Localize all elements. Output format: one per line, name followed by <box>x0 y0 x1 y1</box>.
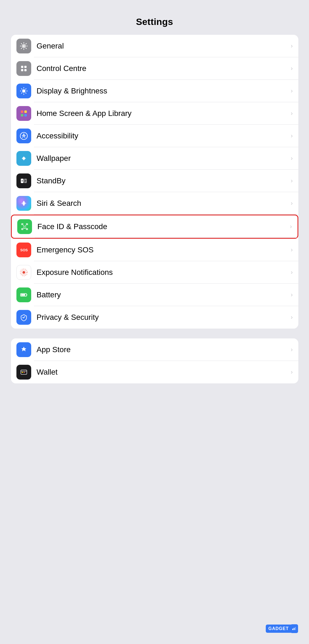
settings-row-display[interactable]: Display & Brightness › <box>11 80 298 102</box>
battery-icon <box>16 287 31 302</box>
accessibility-chevron: › <box>291 132 293 139</box>
svg-rect-46 <box>22 372 23 373</box>
display-chevron: › <box>291 87 293 95</box>
settings-row-standby[interactable]: StandBy › <box>11 170 298 192</box>
svg-rect-25 <box>25 180 26 181</box>
settings-row-wallpaper[interactable]: Wallpaper › <box>11 147 298 170</box>
wallpaper-label: Wallpaper <box>37 154 289 163</box>
svg-rect-48 <box>292 629 293 630</box>
faceid-chevron: › <box>290 223 292 230</box>
svg-point-24 <box>22 180 23 181</box>
appstore-label: App Store <box>37 345 289 354</box>
svg-line-14 <box>21 93 22 93</box>
settings-row-appstore[interactable]: App Store › <box>11 338 298 361</box>
svg-point-6 <box>22 89 25 93</box>
battery-chevron: › <box>291 291 293 298</box>
svg-line-13 <box>25 89 26 89</box>
wallet-chevron: › <box>291 369 293 376</box>
svg-rect-2 <box>21 66 23 68</box>
general-icon <box>16 39 31 53</box>
svg-rect-42 <box>27 294 27 295</box>
accessibility-label: Accessibility <box>37 132 289 140</box>
svg-rect-4 <box>21 69 23 71</box>
settings-group-2: App Store › Wallet › <box>11 338 298 383</box>
svg-rect-16 <box>24 110 27 113</box>
svg-rect-31 <box>26 224 28 225</box>
svg-rect-50 <box>295 627 296 630</box>
settings-row-homescreen[interactable]: Home Screen & App Library › <box>11 102 298 125</box>
wallpaper-chevron: › <box>291 155 293 162</box>
siri-icon <box>16 196 31 211</box>
svg-point-0 <box>23 45 25 47</box>
svg-text:SOS: SOS <box>20 248 28 252</box>
svg-rect-15 <box>21 110 23 113</box>
svg-rect-18 <box>24 114 27 116</box>
settings-group-1: General › Control Centre › <box>11 35 298 329</box>
homescreen-label: Home Screen & App Library <box>37 109 289 118</box>
settings-row-exposure[interactable]: Exposure Notifications › <box>11 261 298 284</box>
page-title: Settings <box>136 16 173 27</box>
svg-rect-49 <box>294 628 294 630</box>
svg-rect-3 <box>24 66 27 68</box>
svg-point-29 <box>23 203 25 204</box>
svg-rect-45 <box>21 371 27 372</box>
standby-label: StandBy <box>37 176 289 185</box>
signal-icon <box>291 624 298 633</box>
settings-row-battery[interactable]: Battery › <box>11 284 298 306</box>
exposure-chevron: › <box>291 269 293 276</box>
svg-rect-32 <box>22 229 23 230</box>
faceid-label: Face ID & Passcode <box>37 222 288 231</box>
settings-row-accessibility[interactable]: Accessibility › <box>11 125 298 147</box>
settings-row-emergency[interactable]: SOS Emergency SOS › <box>11 239 298 261</box>
display-label: Display & Brightness <box>37 87 289 95</box>
svg-rect-17 <box>21 114 23 116</box>
faceid-icon <box>17 219 32 234</box>
svg-rect-33 <box>26 229 28 230</box>
appstore-chevron: › <box>291 346 293 353</box>
homescreen-icon <box>16 106 31 121</box>
exposure-icon <box>16 265 31 280</box>
privacy-chevron: › <box>291 314 293 321</box>
settings-row-siri[interactable]: Siri & Search › <box>11 192 298 215</box>
wallet-icon <box>16 365 31 380</box>
siri-chevron: › <box>291 200 293 207</box>
general-chevron: › <box>291 42 293 50</box>
brand-text: GADGET <box>266 625 291 633</box>
settings-row-wallet[interactable]: Wallet › <box>11 361 298 383</box>
svg-line-12 <box>25 93 26 93</box>
settings-row-privacy[interactable]: Privacy & Security › <box>11 306 298 329</box>
standby-chevron: › <box>291 177 293 184</box>
homescreen-chevron: › <box>291 110 293 117</box>
svg-rect-5 <box>24 69 27 71</box>
settings-row-general[interactable]: General › <box>11 35 298 57</box>
svg-rect-47 <box>24 372 25 373</box>
svg-rect-26 <box>25 181 26 182</box>
control-centre-icon <box>16 61 31 76</box>
general-label: General <box>37 42 289 50</box>
accessibility-icon <box>16 129 31 143</box>
privacy-label: Privacy & Security <box>37 313 289 322</box>
settings-row-faceid[interactable]: Face ID & Passcode › <box>11 215 298 239</box>
wallet-label: Wallet <box>37 368 289 377</box>
emergency-label: Emergency SOS <box>37 246 289 254</box>
control-centre-label: Control Centre <box>37 64 289 73</box>
privacy-icon <box>16 310 31 325</box>
brand-badge: GADGET <box>266 624 298 633</box>
svg-point-20 <box>23 134 24 135</box>
wallpaper-icon <box>16 151 31 166</box>
emergency-icon: SOS <box>16 243 31 257</box>
svg-point-38 <box>22 271 25 274</box>
svg-rect-23 <box>24 179 27 183</box>
svg-rect-30 <box>22 224 23 225</box>
svg-rect-43 <box>21 294 25 296</box>
control-centre-chevron: › <box>291 65 293 72</box>
battery-label: Battery <box>37 290 289 299</box>
svg-line-11 <box>21 89 22 89</box>
siri-label: Siri & Search <box>37 199 289 208</box>
appstore-icon <box>16 342 31 357</box>
display-icon <box>16 84 31 98</box>
exposure-label: Exposure Notifications <box>37 268 289 277</box>
emergency-chevron: › <box>291 246 293 253</box>
standby-icon <box>16 173 31 188</box>
settings-row-control-centre[interactable]: Control Centre › <box>11 57 298 80</box>
